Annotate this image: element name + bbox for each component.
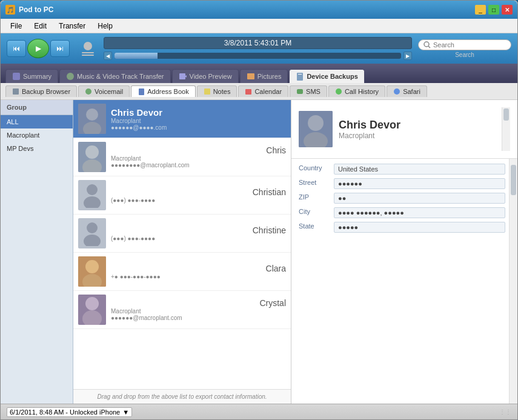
contact-item-6[interactable]: Crystal Macroplant ●●●●●●@macroplant.com <box>73 291 291 329</box>
svg-rect-8 <box>298 74 302 75</box>
sub-tab-sms[interactable]: SMS <box>290 85 327 97</box>
tab-pictures[interactable]: Pictures <box>240 69 288 83</box>
svg-point-3 <box>67 73 74 80</box>
pictures-icon <box>247 72 255 81</box>
notes-icon <box>204 88 211 95</box>
contact-list: Chris Devor Macroplant ●●●●●●@●●●●.com <box>73 100 291 404</box>
detail-fields[interactable]: Country United States Street ●●●●●● ZIP … <box>291 159 517 404</box>
field-row-street: Street ●●●●●● <box>299 178 505 189</box>
contact-avatar-1 <box>78 104 106 134</box>
tab-summary[interactable]: Summary <box>5 69 58 83</box>
svg-point-21 <box>85 145 99 159</box>
maximize-button[interactable]: □ <box>488 5 499 15</box>
contact-avatar-5 <box>78 256 106 287</box>
close-button[interactable]: ✕ <box>502 5 513 15</box>
contact-info-4: Christine (●●●) ●●●-●●●● <box>111 225 286 242</box>
field-value-state: ●●●●● <box>334 222 505 233</box>
svg-point-28 <box>85 260 99 273</box>
window-controls: _ □ ✕ <box>475 5 513 15</box>
group-header: Group <box>1 100 73 115</box>
contact-info-2: Chris Macroplant ●●●●●●●●@macroplant.com <box>111 145 286 168</box>
search-icon <box>423 41 431 48</box>
drag-hint: Drag and drop from the above list to exp… <box>73 389 291 404</box>
main-window: 🎵 Pod to PC _ □ ✕ File Edit Transfer Hel… <box>0 0 518 420</box>
rewind-button[interactable]: ⏮ <box>7 40 26 57</box>
menu-transfer[interactable]: Transfer <box>54 21 90 32</box>
group-item-all[interactable]: ALL <box>1 115 73 128</box>
sub-tab-address[interactable]: Address Book <box>131 85 195 97</box>
contact-list-inner[interactable]: Chris Devor Macroplant ●●●●●●@●●●●.com <box>73 100 291 389</box>
search-input[interactable] <box>433 41 506 48</box>
avatar-image-1 <box>78 104 106 134</box>
tab-video[interactable]: Video Preview <box>172 69 239 83</box>
detail-header: Chris Devor Macroplant <box>291 100 517 159</box>
sub-tab-safari[interactable]: Safari <box>387 85 427 97</box>
address-book-icon <box>138 88 145 95</box>
contact-item-2[interactable]: Chris Macroplant ●●●●●●●●@macroplant.com <box>73 138 291 176</box>
field-label-city: City <box>299 207 329 215</box>
contact-item-3[interactable]: Christian (●●●) ●●●-●●●● <box>73 176 291 215</box>
play-button[interactable]: ▶ <box>27 39 49 58</box>
menu-bar: File Edit Transfer Help <box>1 19 517 33</box>
group-item-macroplant[interactable]: Macroplant <box>1 128 73 142</box>
contact-phone-5: +● ●●●-●●●-●●●● <box>111 273 286 280</box>
avatar-image-5 <box>78 256 106 287</box>
svg-rect-6 <box>247 73 254 79</box>
voicemail-icon <box>85 88 92 95</box>
contact-item-4[interactable]: Christine (●●●) ●●●-●●●● <box>73 215 291 253</box>
fast-forward-button[interactable]: ⏭ <box>50 40 70 57</box>
tab-device-backups[interactable]: Device Backups <box>289 69 364 83</box>
field-label-state: State <box>299 222 329 230</box>
contact-avatar-3 <box>78 180 106 210</box>
group-item-mpdevs[interactable]: MP Devs <box>1 142 73 155</box>
sms-icon <box>296 88 304 95</box>
contact-name-6: Crystal <box>111 298 286 308</box>
svg-point-34 <box>308 115 324 131</box>
sub-tab-calendar[interactable]: Calendar <box>238 85 288 97</box>
search-label: Search <box>418 52 511 58</box>
contact-avatar-6 <box>78 295 106 325</box>
contact-phone-4: (●●●) ●●●-●●●● <box>111 235 286 242</box>
status-text: 6/1/2011, 8:48 AM - Unlocked iPhone <box>10 408 120 416</box>
sub-tab-notes[interactable]: Notes <box>197 85 237 97</box>
title-bar: 🎵 Pod to PC _ □ ✕ <box>1 1 517 19</box>
menu-help[interactable]: Help <box>93 21 118 32</box>
calendar-icon <box>245 88 252 95</box>
contact-sub-2: Macroplant <box>111 155 286 162</box>
backup-icon <box>12 88 19 95</box>
tab-music[interactable]: Music & Video Track Transfer <box>59 69 170 83</box>
field-label-country: Country <box>299 164 329 172</box>
progress-prev-button[interactable]: ◀ <box>104 52 112 60</box>
svg-rect-7 <box>297 73 303 81</box>
sub-tab-voicemail[interactable]: Voicemail <box>78 85 130 97</box>
contact-avatar-4 <box>78 218 106 248</box>
status-dropdown[interactable]: 6/1/2011, 8:48 AM - Unlocked iPhone ▼ <box>7 407 132 417</box>
svg-point-18 <box>86 108 98 121</box>
silhouette-icon-4 <box>81 221 103 246</box>
device-backups-icon <box>296 72 304 81</box>
user-icon <box>78 37 98 60</box>
detail-name-block: Chris Devor Macroplant <box>339 119 496 140</box>
sub-tab-callhistory[interactable]: Call History <box>328 85 385 97</box>
detail-fields-scrollbar[interactable] <box>509 159 517 404</box>
contact-item-5[interactable]: Clara +● ●●●-●●●-●●●● <box>73 253 291 291</box>
menu-file[interactable]: File <box>5 21 27 32</box>
field-row-city: City ●●●● ●●●●●●, ●●●●● <box>299 207 505 218</box>
field-row-state: State ●●●●● <box>299 222 505 233</box>
svg-rect-13 <box>245 89 251 95</box>
svg-point-16 <box>394 88 400 95</box>
detail-avatar <box>299 111 333 147</box>
field-value-zip: ●● <box>334 193 505 204</box>
sub-tab-backup[interactable]: Backup Browser <box>5 85 77 97</box>
svg-point-15 <box>336 88 342 95</box>
contact-info-1: Chris Devor Macroplant ●●●●●●@●●●●.com <box>111 107 286 131</box>
progress-next-button[interactable]: ▶ <box>403 52 412 60</box>
contact-item-1[interactable]: Chris Devor Macroplant ●●●●●●@●●●●.com <box>73 100 291 138</box>
svg-point-26 <box>84 235 101 246</box>
silhouette-icon-3 <box>81 182 103 208</box>
search-wrapper[interactable] <box>418 39 511 50</box>
minimize-button[interactable]: _ <box>475 5 486 15</box>
menu-edit[interactable]: Edit <box>29 21 51 32</box>
progress-bar[interactable] <box>115 53 401 59</box>
svg-point-0 <box>424 42 429 47</box>
